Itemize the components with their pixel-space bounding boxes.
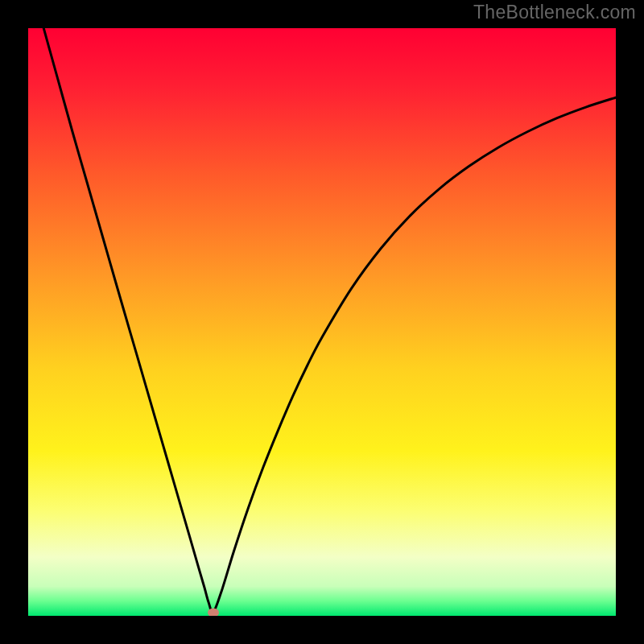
plot-area xyxy=(28,28,616,616)
minimum-marker xyxy=(208,608,219,616)
bottleneck-curve xyxy=(28,28,616,616)
chart-container: TheBottleneck.com xyxy=(0,0,644,644)
watermark-text: TheBottleneck.com xyxy=(473,2,636,23)
